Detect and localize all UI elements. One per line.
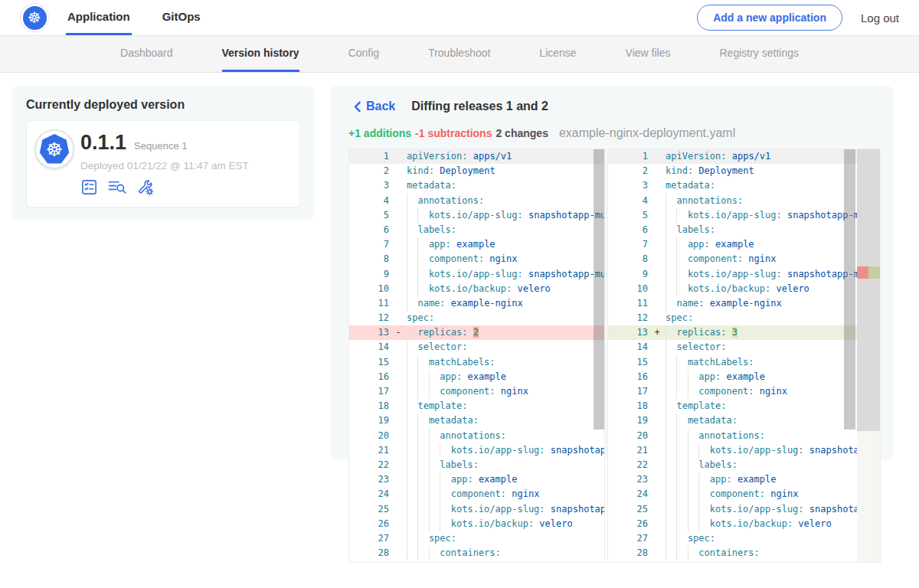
code-line: 17component: nginx [608, 384, 880, 399]
diff-panel: Back Diffing releases 1 and 2 +1 additio… [331, 86, 893, 459]
kubernetes-helm-icon: ☸ [23, 6, 47, 30]
chevron-left-icon [354, 101, 361, 113]
diff-title: Diffing releases 1 and 2 [411, 100, 548, 113]
code-line: 16app: example [608, 370, 880, 384]
code-line: 24component: nginx [349, 487, 604, 501]
code-line: 24component: nginx [608, 487, 880, 501]
code-line: 19metadata: [608, 413, 880, 428]
code-line: 6labels: [349, 223, 604, 237]
diff-pane-original[interactable]: 1apiVersion: apps/v12kind: Deployment3me… [348, 149, 605, 563]
code-line: 10kots.io/backup: velero [608, 282, 880, 296]
code-line: 22labels: [349, 458, 604, 472]
code-line: 5kots.io/app-slug: snapshotapp-mu [349, 208, 604, 223]
code-line: 12spec: [608, 311, 880, 325]
kubernetes-heptagon-icon: ☸ [39, 134, 70, 165]
config-wrench-gear-icon[interactable] [136, 178, 155, 196]
code-line: 3metadata: [608, 178, 880, 193]
code-line: 15matchLabels: [349, 355, 604, 370]
app-avatar: ☸ [34, 129, 74, 169]
code-line: 21kots.io/app-slug: snapshotap [608, 443, 880, 458]
logout-link[interactable]: Log out [861, 11, 899, 24]
code-line: 11name: example-nginx [349, 296, 604, 311]
code-line: 28containers: [608, 546, 880, 560]
code-line: 2kind: Deployment [608, 164, 880, 178]
code-line: 20annotations: [349, 429, 604, 443]
code-line: 9kots.io/app-slug: snapshotapp-mu [349, 267, 604, 282]
page-content: Currently deployed version ☸ 0.1.1 Seque… [0, 73, 919, 459]
diff-filename: example-nginx-deployment.yaml [559, 126, 735, 140]
scrollbar-thumb[interactable] [844, 149, 855, 430]
back-button[interactable]: Back [354, 100, 395, 113]
code-line: 18template: [608, 399, 880, 413]
additions-count: +1 additions [348, 127, 411, 139]
diff-editors: 1apiVersion: apps/v12kind: Deployment3me… [348, 149, 881, 563]
changes-count: 2 changes [495, 127, 548, 139]
subnav-tab-registry-settings[interactable]: Registry settings [720, 36, 799, 72]
diff-overview-ruler [857, 149, 880, 562]
code-line: 6labels: [608, 223, 880, 237]
code-line: 8component: nginx [608, 252, 880, 266]
code-line: 26kots.io/backup: velero [608, 517, 880, 531]
added-diff-marker [868, 266, 880, 279]
subnav-tab-troubleshoot[interactable]: Troubleshoot [428, 36, 490, 72]
code-line: 7app: example [349, 237, 604, 252]
diff-pane-modified[interactable]: 1apiVersion: apps/v12kind: Deployment3me… [607, 149, 881, 563]
subnav-tab-config[interactable]: Config [348, 36, 379, 72]
subnav-tab-dashboard[interactable]: Dashboard [120, 36, 173, 72]
code-line: 4annotations: [349, 194, 604, 208]
top-nav: ☸ Application GitOps Add a new applicati… [0, 0, 919, 36]
removed-diff-marker [857, 266, 868, 279]
code-line: 1apiVersion: apps/v1 [608, 149, 880, 164]
preflight-checklist-icon[interactable] [80, 178, 98, 196]
deployed-card-title: Currently deployed version [26, 98, 300, 112]
subnav-tab-view-files[interactable]: View files [626, 36, 671, 72]
code-line: 23app: example [349, 472, 604, 487]
code-line: 13+replicas: 3 [608, 325, 880, 340]
subtractions-count: -1 subtractions [415, 127, 492, 139]
code-line: 3metadata: [349, 178, 604, 193]
tab-gitops[interactable]: GitOps [161, 0, 202, 35]
diff-stats: +1 additions -1 subtractions 2 changes e… [348, 126, 735, 140]
tab-application[interactable]: Application [66, 0, 132, 35]
code-line: 25kots.io/app-slug: snapshotap [608, 502, 880, 517]
code-line: 16app: example [349, 370, 604, 384]
subnav-tab-license[interactable]: License [539, 36, 576, 72]
code-line: 20annotations: [608, 429, 880, 443]
code-line: 14selector: [349, 340, 604, 354]
code-line: 22labels: [608, 458, 880, 472]
code-line: 21kots.io/app-slug: snapshotap [349, 443, 604, 458]
code-line: 27spec: [349, 531, 604, 546]
code-line: 15matchLabels: [608, 355, 880, 370]
version-action-icons [80, 178, 249, 196]
code-line: 12spec: [349, 311, 604, 325]
code-line: 18template: [349, 399, 604, 413]
release-notes-search-icon[interactable] [107, 178, 127, 196]
code-line: 8component: nginx [349, 252, 604, 266]
version-number: 0.1.1 [80, 131, 126, 155]
code-line: 25kots.io/app-slug: snapshotap [349, 502, 604, 517]
code-line: 28containers: [349, 546, 604, 560]
currently-deployed-card: Currently deployed version ☸ 0.1.1 Seque… [12, 86, 314, 220]
code-line: 1apiVersion: apps/v1 [349, 149, 604, 164]
scrollbar-thumb[interactable] [594, 149, 604, 430]
app-sub-nav: Dashboard Version history Config Trouble… [0, 36, 919, 73]
code-line: 4annotations: [608, 194, 880, 208]
code-line: 11name: example-nginx [608, 296, 880, 311]
code-line: 27spec: [608, 531, 880, 546]
code-line: 19metadata: [349, 413, 604, 428]
code-line: 5kots.io/app-slug: snapshotapp-mu [608, 208, 880, 223]
subnav-tab-version-history[interactable]: Version history [222, 36, 299, 72]
code-line: 26kots.io/backup: velero [349, 517, 604, 531]
code-line: 17component: nginx [349, 384, 604, 399]
sequence-label: Sequence 1 [134, 140, 187, 152]
kubernetes-logo: ☸ [20, 3, 49, 32]
code-line: 14selector: [608, 340, 880, 354]
code-line: 7app: example [608, 237, 880, 252]
top-nav-tabs: Application GitOps [66, 0, 231, 35]
top-nav-actions: Add a new application Log out [697, 5, 899, 31]
code-line: 10kots.io/backup: velero [349, 282, 604, 296]
code-line: 2kind: Deployment [349, 164, 604, 178]
deployed-timestamp: Deployed 01/21/22 @ 11:47 am EST [80, 160, 249, 172]
code-line: 13-replicas: 2 [349, 325, 604, 340]
add-application-button[interactable]: Add a new application [697, 5, 842, 31]
